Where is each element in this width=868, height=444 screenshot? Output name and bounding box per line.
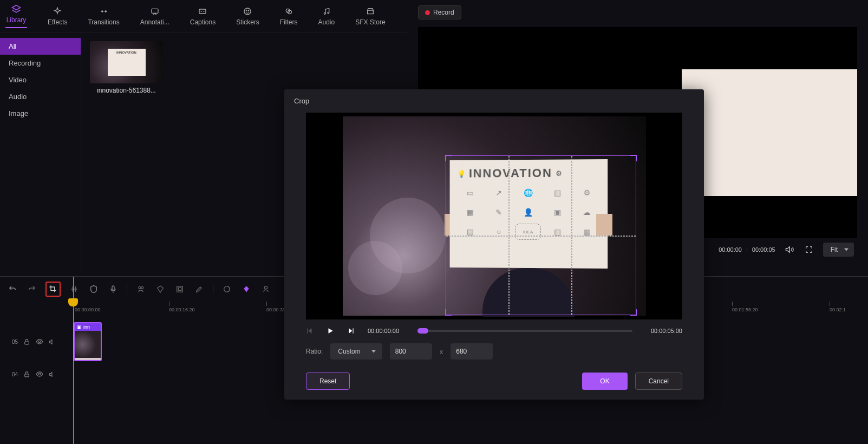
svg-rect-1 — [152, 9, 158, 13]
split-icon[interactable] — [68, 283, 80, 295]
svg-point-5 — [249, 10, 249, 11]
svg-point-19 — [38, 341, 41, 343]
annotation-icon — [150, 6, 160, 16]
tab-label: SFX Store — [355, 18, 385, 26]
media-thumb[interactable]: INNOVATION innovation-561388... — [90, 41, 163, 94]
redo-icon[interactable] — [26, 283, 38, 295]
timeline-clip[interactable]: ▣inn — [74, 322, 102, 361]
sidebar-item-audio[interactable]: Audio — [0, 88, 81, 105]
diamond-icon[interactable] — [240, 283, 252, 295]
volume-icon[interactable] — [785, 245, 795, 254]
svg-point-13 — [141, 286, 143, 289]
preview-time-current: 00:00:00 — [719, 246, 742, 253]
svg-rect-14 — [177, 286, 183, 292]
tab-label: Captions — [190, 18, 216, 26]
record-label: Record — [433, 9, 454, 16]
frame-icon[interactable] — [174, 283, 186, 295]
tab-stickers[interactable]: Stickers — [236, 6, 259, 26]
person-icon[interactable] — [260, 283, 272, 295]
lock-icon[interactable] — [23, 338, 30, 345]
fullscreen-icon[interactable] — [805, 245, 813, 254]
sidebar-item-all[interactable]: All — [0, 38, 81, 55]
crop-width-input[interactable] — [390, 343, 432, 360]
svg-point-8 — [324, 12, 325, 14]
media-sidebar: All Recording Video Audio Image — [0, 32, 81, 276]
crop-dialog: Crop 💡 INNOVATION ⚙ ▭↗🌐▥⚙ ▦✎👤▣☁ ▤○IDEA▥▦ — [284, 89, 704, 400]
prev-frame-icon[interactable] — [306, 327, 314, 335]
ratio-value: Custom — [338, 348, 360, 355]
ruler-tick: 00:01:56:20 — [732, 302, 758, 312]
svg-point-9 — [328, 12, 329, 14]
tab-transitions[interactable]: Transitions — [88, 6, 119, 26]
crop-time-total: 00:00:05:00 — [651, 328, 682, 334]
clip-image-icon: ▣ — [77, 324, 82, 330]
tab-annotations[interactable]: Annotati... — [140, 6, 169, 26]
filter-icon — [284, 6, 293, 16]
caption-icon — [198, 6, 207, 16]
tab-filters[interactable]: Filters — [280, 6, 298, 26]
ruler-tick: 00:00:00:00 — [75, 302, 101, 312]
mic-icon[interactable] — [107, 283, 119, 295]
eye-icon[interactable] — [36, 338, 43, 345]
ratio-dropdown[interactable]: Custom — [330, 343, 382, 360]
crop-preview-stage[interactable]: 💡 INNOVATION ⚙ ▭↗🌐▥⚙ ▦✎👤▣☁ ▤○IDEA▥▦ — [306, 113, 682, 319]
playhead-marker[interactable] — [68, 298, 78, 306]
svg-marker-0 — [12, 5, 21, 10]
tabs-bar: Library Effects Transitions Annotati... … — [0, 0, 407, 32]
crop-dialog-title: Crop — [284, 89, 704, 113]
svg-point-17 — [264, 286, 267, 289]
tab-label: Effects — [48, 18, 67, 26]
cursor-tool-icon[interactable] — [135, 283, 147, 295]
reset-button[interactable]: Reset — [306, 373, 350, 390]
tab-audio[interactable]: Audio — [318, 6, 335, 26]
cancel-button[interactable]: Cancel — [635, 373, 682, 390]
crop-icon[interactable] — [45, 282, 61, 297]
crop-selection-box[interactable] — [446, 155, 636, 315]
play-icon[interactable] — [327, 327, 334, 335]
svg-marker-23 — [50, 372, 52, 376]
sidebar-item-recording[interactable]: Recording — [0, 55, 81, 71]
tab-sfx-store[interactable]: SFX Store — [355, 6, 385, 26]
undo-icon[interactable] — [6, 283, 18, 295]
svg-marker-24 — [309, 328, 312, 333]
svg-point-22 — [38, 373, 41, 375]
svg-rect-25 — [307, 328, 308, 333]
ruler-tick: 00:00:16:20 — [169, 302, 195, 312]
svg-marker-10 — [786, 247, 789, 253]
tab-library[interactable]: Library — [5, 4, 27, 28]
store-icon — [366, 6, 375, 16]
svg-marker-20 — [50, 339, 52, 344]
track-number: 05 — [12, 339, 18, 345]
crop-height-input[interactable] — [451, 343, 493, 360]
sticker-icon — [243, 6, 252, 16]
sidebar-item-video[interactable]: Video — [0, 71, 81, 88]
mute-icon[interactable] — [49, 371, 56, 378]
tab-captions[interactable]: Captions — [190, 6, 216, 26]
next-frame-icon[interactable] — [347, 327, 355, 335]
mute-icon[interactable] — [49, 338, 56, 345]
x-separator: x — [440, 348, 443, 356]
svg-marker-27 — [349, 328, 353, 333]
shield-icon[interactable] — [88, 283, 100, 295]
crop-progress-bar[interactable] — [417, 330, 632, 332]
record-button[interactable]: Record — [418, 5, 461, 19]
tab-label: Transitions — [88, 18, 119, 26]
ok-button[interactable]: OK — [582, 373, 627, 390]
tab-label: Annotati... — [140, 18, 169, 26]
eye-icon[interactable] — [36, 370, 43, 378]
record-dot-icon — [425, 10, 430, 15]
tab-effects[interactable]: Effects — [48, 6, 67, 26]
color-icon[interactable] — [221, 283, 233, 295]
fit-dropdown[interactable]: Fit — [823, 243, 854, 257]
svg-rect-15 — [178, 288, 181, 290]
marker-icon[interactable] — [154, 283, 166, 295]
lock-icon[interactable] — [23, 371, 30, 378]
pen-icon[interactable] — [193, 283, 205, 295]
ruler-tick: 00:02:1 — [830, 302, 846, 312]
svg-marker-26 — [329, 328, 333, 333]
audio-icon — [322, 6, 331, 16]
sidebar-item-image[interactable]: Image — [0, 105, 81, 122]
tab-label: Stickers — [236, 18, 259, 26]
tab-label: Filters — [280, 18, 298, 26]
svg-rect-11 — [112, 286, 114, 290]
